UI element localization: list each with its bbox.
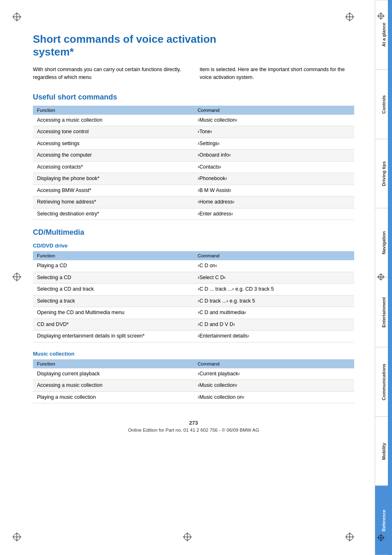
command-cell: ›Entertainment details‹ bbox=[194, 331, 354, 342]
table-row: Selecting destination entry*›Enter addre… bbox=[33, 208, 354, 220]
table-row: Accessing contacts*›Contacts‹ bbox=[33, 161, 354, 173]
sidebar-reg-mid bbox=[377, 273, 385, 282]
page-container: Short commands of voice activation syste… bbox=[0, 0, 392, 555]
function-cell: CD and DVD* bbox=[33, 319, 194, 331]
command-cell: ›Music collection on‹ bbox=[194, 391, 354, 403]
table-row: Selecting a CD and track›C D ... track .… bbox=[33, 284, 354, 296]
function-cell: Displaying entertainment details in spli… bbox=[33, 331, 194, 342]
table-row: Playing a CD›C D on‹ bbox=[33, 260, 354, 272]
subsection2-title: Music collection bbox=[33, 351, 354, 357]
intro-left: With short commands you can carry out ce… bbox=[33, 66, 187, 81]
table-row: Playing a music collection›Music collect… bbox=[33, 391, 354, 403]
table-row: Retrieving home address*›Home address‹ bbox=[33, 197, 354, 208]
command-cell: ›Current playback‹ bbox=[194, 368, 354, 380]
function-cell: Accessing the computer bbox=[33, 150, 194, 162]
table-row: Displaying entertainment details in spli… bbox=[33, 331, 354, 342]
col1-header: Function bbox=[33, 251, 194, 260]
table-row: Accessing a music collection›Music colle… bbox=[33, 380, 354, 392]
col1-header: Function bbox=[33, 359, 194, 368]
command-cell: ›Tone‹ bbox=[194, 126, 354, 138]
col2-header: Command bbox=[194, 106, 354, 115]
col1-header: Function bbox=[33, 106, 194, 115]
page-footer: 273 Online Edition for Part no. 01 41 2 … bbox=[33, 420, 354, 432]
reg-bottom-right bbox=[345, 532, 354, 543]
intro-right: item is selected. Here are the important… bbox=[200, 66, 354, 81]
page-title: Short commands of voice activation syste… bbox=[33, 33, 354, 58]
reg-bottom-left bbox=[12, 532, 21, 543]
table-row: Opening the CD and Multimedia menu›C D a… bbox=[33, 307, 354, 319]
command-cell: ›C D and D V D‹ bbox=[194, 319, 354, 331]
function-cell: Accessing a music collection bbox=[33, 380, 194, 392]
table-row: Displaying current playback›Current play… bbox=[33, 368, 354, 380]
function-cell: Selecting destination entry* bbox=[33, 208, 194, 220]
sidebar: At a glanceControlsDriving tipsNavigatio… bbox=[375, 0, 392, 555]
table-row: Accessing tone control›Tone‹ bbox=[33, 126, 354, 138]
function-cell: Playing a music collection bbox=[33, 391, 194, 403]
cd-dvd-table: Function Command Playing a CD›C D on‹Sel… bbox=[33, 251, 354, 342]
reg-bottom-center bbox=[183, 532, 192, 543]
function-cell: Displaying the phone book* bbox=[33, 173, 194, 185]
col2-header: Command bbox=[194, 359, 354, 368]
table-row: Accessing settings›Settings‹ bbox=[33, 138, 354, 150]
music-collection-table: Function Command Displaying current play… bbox=[33, 359, 354, 404]
function-cell: Accessing BMW Assist* bbox=[33, 185, 194, 197]
table-row: Selecting a CD›Select C D‹ bbox=[33, 272, 354, 284]
useful-commands-table: Function Command Accessing a music colle… bbox=[33, 106, 354, 220]
table-row: Displaying the phone book*›Phonebook‹ bbox=[33, 173, 354, 185]
command-cell: ›C D ... track ...‹ e.g. CD 3 track 5 bbox=[194, 284, 354, 296]
table-header-row: Function Command bbox=[33, 106, 354, 115]
col2-header: Command bbox=[194, 251, 354, 260]
command-cell: ›Phonebook‹ bbox=[194, 173, 354, 185]
intro-section: With short commands you can carry out ce… bbox=[33, 66, 354, 81]
function-cell: Accessing settings bbox=[33, 138, 194, 150]
function-cell: Selecting a track bbox=[33, 295, 194, 307]
reg-top-right bbox=[345, 12, 354, 23]
sidebar-blue-bar bbox=[388, 0, 392, 555]
command-cell: ›Contacts‹ bbox=[194, 161, 354, 173]
function-cell: Playing a CD bbox=[33, 260, 194, 272]
command-cell: ›Music collection‹ bbox=[194, 380, 354, 392]
sidebar-reg-top bbox=[377, 12, 385, 21]
table-header-row: Function Command bbox=[33, 359, 354, 368]
table-row: Selecting a track›C D track ...‹ e.g. tr… bbox=[33, 295, 354, 307]
table-row: Accessing a music collection›Music colle… bbox=[33, 115, 354, 126]
reg-top-left bbox=[12, 12, 21, 23]
command-cell: ›Enter address‹ bbox=[194, 208, 354, 220]
section1-title: Useful short commands bbox=[33, 93, 354, 102]
command-cell: ›C D and multimedia‹ bbox=[194, 307, 354, 319]
subsection1-title: CD/DVD drive bbox=[33, 243, 354, 249]
reg-mid-left bbox=[12, 273, 21, 283]
function-cell: Displaying current playback bbox=[33, 368, 194, 380]
table-row: Accessing the computer›Onboard info‹ bbox=[33, 150, 354, 162]
function-cell: Opening the CD and Multimedia menu bbox=[33, 307, 194, 319]
command-cell: ›B M W Assist‹ bbox=[194, 185, 354, 197]
table-row: Accessing BMW Assist*›B M W Assist‹ bbox=[33, 185, 354, 197]
function-cell: Selecting a CD bbox=[33, 272, 194, 284]
function-cell: Accessing a music collection bbox=[33, 115, 194, 126]
function-cell: Selecting a CD and track bbox=[33, 284, 194, 296]
sidebar-reg-bottom bbox=[377, 534, 385, 543]
command-cell: ›Onboard info‹ bbox=[194, 150, 354, 162]
function-cell: Retrieving home address* bbox=[33, 197, 194, 208]
command-cell: ›C D on‹ bbox=[194, 260, 354, 272]
table-row: CD and DVD*›C D and D V D‹ bbox=[33, 319, 354, 331]
main-content: Short commands of voice activation syste… bbox=[0, 0, 375, 555]
table-header-row: Function Command bbox=[33, 251, 354, 260]
command-cell: ›Settings‹ bbox=[194, 138, 354, 150]
footer-text: Online Edition for Part no. 01 41 2 602 … bbox=[33, 428, 354, 432]
function-cell: Accessing tone control bbox=[33, 126, 194, 138]
page-number: 273 bbox=[33, 420, 354, 426]
command-cell: ›Select C D‹ bbox=[194, 272, 354, 284]
command-cell: ›Music collection‹ bbox=[194, 115, 354, 126]
command-cell: ›C D track ...‹ e.g. track 5 bbox=[194, 295, 354, 307]
function-cell: Accessing contacts* bbox=[33, 161, 194, 173]
command-cell: ›Home address‹ bbox=[194, 197, 354, 208]
section2-title: CD/Multimedia bbox=[33, 228, 354, 237]
